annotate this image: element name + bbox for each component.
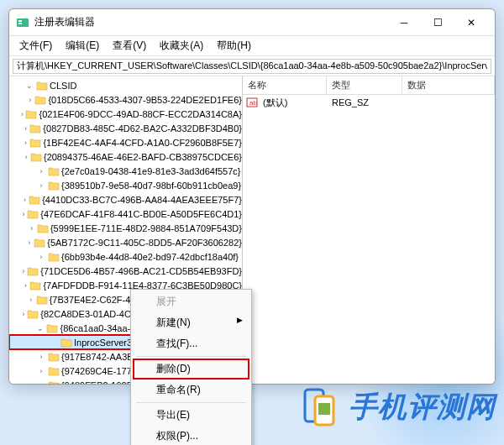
expander-icon[interactable]: › [22,267,26,275]
ctx-rename[interactable]: 重命名(R) [133,380,249,400]
menu-view[interactable]: 查看(V) [106,37,153,55]
ctx-permissions[interactable]: 权限(P)... [133,426,249,445]
col-type[interactable]: 类型 [327,76,402,94]
tree-label: {9489FEB2-1925-4 [61,380,140,385]
tree-key[interactable]: ›{5999E1EE-711E-48D2-9884-851A709F543D} [9,221,242,235]
folder-icon [48,252,60,262]
expander-icon[interactable]: › [26,238,32,247]
context-menu: 展开 新建(N)▶ 查找(F)... 删除(D) 重命名(R) 导出(E) 权限… [130,289,252,445]
expander-icon[interactable]: › [24,124,29,133]
value-list: 名称 类型 数据 ab (默认) REG_SZ [243,76,495,384]
ctx-separator [136,402,246,403]
expander-icon[interactable]: › [22,310,26,318]
expander-icon[interactable]: ⌄ [35,324,45,332]
folder-icon [36,81,48,91]
expander-icon[interactable]: › [36,167,46,175]
expander-icon[interactable]: › [36,253,46,261]
tree-key[interactable]: ›{47E6DCAF-41F8-441C-BD0E-A50D5FE6C4D1} [9,207,242,221]
menu-edit[interactable]: 编辑(E) [59,37,106,55]
window-title: 注册表编辑器 [34,15,387,29]
expander-icon[interactable]: › [24,153,29,161]
expander-icon[interactable]: › [36,367,46,375]
tree-label: {5999E1EE-711E-48D2-9884-851A709F543D} [50,223,242,233]
expander-icon[interactable]: › [36,381,46,385]
value-data [402,102,495,103]
expander-icon[interactable]: › [24,139,29,147]
app-icon [16,16,29,29]
folder-icon [29,123,41,134]
folder-icon [34,238,45,248]
tree-key[interactable]: ›{20894375-46AE-46E2-BAFD-CB38975CDCE6} [9,149,242,164]
ctx-export[interactable]: 导出(E) [133,405,249,426]
address-input[interactable] [13,59,491,74]
addressbar [9,56,495,76]
tree-label: {2e7c0a19-0438-41e9-81e3-3ad3d64f557c} [61,166,240,176]
folder-icon [34,95,46,105]
ctx-expand: 展开 [133,291,249,312]
folder-icon [25,109,37,119]
svg-rect-2 [18,23,22,24]
expander-icon[interactable]: › [20,110,24,118]
watermark-text: 手机评测网 [349,388,496,427]
titlebar: 注册表编辑器 ─ ☐ ✕ [9,9,495,36]
tree-label: {6bb93b4e-44d8-40e2-bd97-42dbcf18a40f} [61,252,239,262]
tree-key[interactable]: ›{1BF42E4C-4AF4-4CFD-A1A0-CF2960B8F5E7} [9,135,242,149]
folder-icon [36,295,48,305]
tree-label: {4410DC33-BC7C-496B-AA84-4AEA3EEE75F7} [42,195,242,205]
tree-key[interactable]: ›{2e7c0a19-0438-41e9-81e3-3ad3d64f557c} [9,164,242,178]
menu-help[interactable]: 帮助(H) [210,37,258,55]
col-name[interactable]: 名称 [243,76,327,94]
tree-label: {389510b7-9e58-40d7-98bf-60b911cb0ea9} [61,181,241,191]
folder-icon [48,181,60,191]
tree-label: InprocServer32 [74,338,137,348]
expander-icon[interactable]: ⌄ [24,81,34,90]
tree-key[interactable]: ›{0827DB83-485C-4D62-BA2C-A332DBF3D4B0} [9,121,242,135]
menu-file[interactable]: 文件(F) [13,37,59,55]
tree-label: {021E4F06-9DCC-49AD-88CF-ECC2DA314C8A} [39,109,242,119]
minimize-button[interactable]: ─ [387,11,421,34]
tree-key[interactable]: ›{71DCE5D6-4B57-496B-AC21-CD5B54EB93FD} [9,264,242,278]
col-data[interactable]: 数据 [402,76,495,94]
folder-icon [48,166,60,176]
folder-icon [46,323,58,333]
value-type: REG_SZ [327,97,402,108]
ctx-delete[interactable]: 删除(D) [133,359,249,380]
tree-label: {5AB7172C-9C11-405C-8DD5-AF20F3606282} [47,238,242,248]
folder-icon [27,209,39,219]
expander-icon[interactable]: › [27,96,33,104]
tree-label: {20894375-46AE-46E2-BAFD-CB38975CDCE6} [44,152,242,162]
tree-key[interactable]: ›{389510b7-9e58-40d7-98bf-60b911cb0ea9} [9,178,242,192]
tree-key[interactable]: ›{6bb93b4e-44d8-40e2-bd97-42dbcf18a40f} [9,249,242,264]
tree-key[interactable]: ›{4410DC33-BC7C-496B-AA84-4AEA3EEE75F7} [9,192,242,207]
ctx-separator [136,356,246,357]
ctx-find[interactable]: 查找(F)... [133,333,249,354]
menu-favorites[interactable]: 收藏夹(A) [153,37,210,55]
expander-icon[interactable]: › [24,281,29,290]
folder-icon [27,266,39,276]
expander-icon[interactable]: › [29,224,35,233]
folder-icon [48,366,60,376]
folder-icon [27,309,39,319]
tree-label: {71DCE5D6-4B57-496B-AC21-CD5B54EB93FD} [40,266,242,276]
watermark-logo-icon [300,386,342,428]
expander-icon[interactable]: › [36,181,46,190]
expander-icon[interactable]: › [23,196,27,204]
ctx-new[interactable]: 新建(N)▶ [133,312,249,333]
close-button[interactable]: ✕ [454,11,488,34]
tree-root-clsid[interactable]: ⌄CLSID [9,78,242,92]
folder-icon [29,195,40,205]
folder-icon [30,152,42,162]
folder-icon [29,138,41,148]
list-header: 名称 类型 数据 [243,76,495,95]
tree-key[interactable]: ›{021E4F06-9DCC-49AD-88CF-ECC2DA314C8A} [9,107,242,121]
tree-key[interactable]: ›{018D5C66-4533-4307-9B53-224DE2ED1FE6} [9,92,242,107]
folder-icon [48,352,60,362]
tree-key[interactable]: ›{5AB7172C-9C11-405C-8DD5-AF20F3606282} [9,235,242,249]
folder-icon [60,338,72,348]
maximize-button[interactable]: ☐ [421,11,454,34]
folder-icon [48,380,60,385]
expander-icon[interactable]: › [22,210,26,218]
list-row[interactable]: ab (默认) REG_SZ [243,95,495,110]
expander-icon[interactable]: › [36,353,46,361]
expander-icon[interactable]: › [28,296,34,304]
